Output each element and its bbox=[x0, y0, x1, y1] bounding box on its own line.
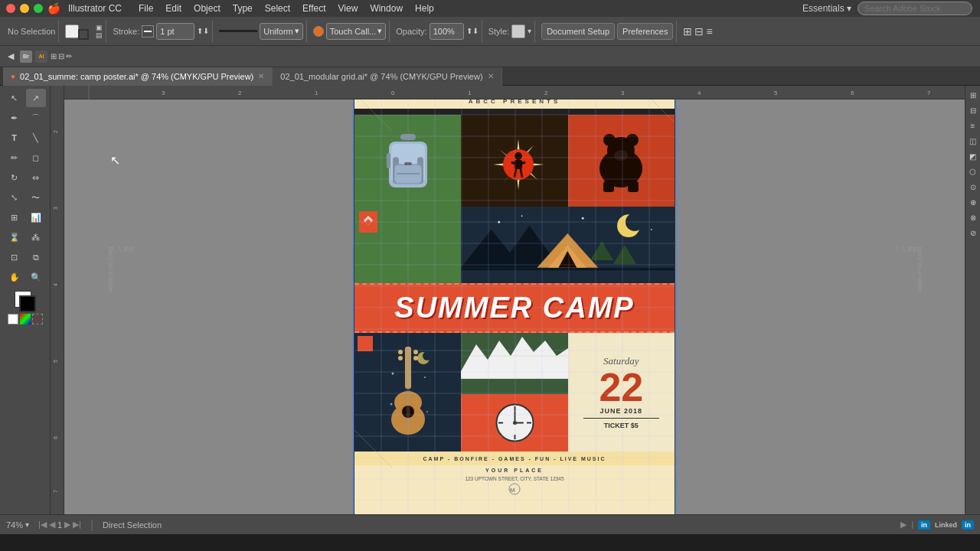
arrange-icon[interactable]: ⊞ bbox=[683, 25, 692, 37]
right-tool-6[interactable]: ⬡ bbox=[967, 165, 979, 178]
scale-tool[interactable]: ⤡ bbox=[5, 188, 24, 207]
type-tool[interactable]: T bbox=[5, 129, 24, 147]
stroke-color[interactable] bbox=[78, 29, 89, 40]
touch-call-dropdown[interactable]: Touch Call... ▾ bbox=[326, 23, 387, 40]
line-tool[interactable]: ╲ bbox=[26, 129, 46, 147]
pen-tool[interactable]: ✒ bbox=[5, 109, 24, 127]
close-button[interactable] bbox=[6, 4, 15, 13]
artboard-icon[interactable]: ⊞ bbox=[51, 52, 57, 60]
svg-text:6: 6 bbox=[53, 436, 58, 439]
minimize-button[interactable] bbox=[20, 4, 29, 13]
prev-page-btn[interactable]: ◀ bbox=[49, 520, 55, 530]
zoom-tool[interactable]: 🔍 bbox=[26, 268, 46, 286]
fill-color[interactable] bbox=[65, 24, 79, 38]
toggle-left[interactable]: ◀ bbox=[5, 50, 17, 63]
poster-title-band: SUMMER CAMP bbox=[354, 283, 675, 333]
right-tool-4[interactable]: ◫ bbox=[967, 135, 979, 147]
preferences-button[interactable]: Preferences bbox=[617, 23, 673, 40]
gradient-fill[interactable] bbox=[20, 314, 31, 324]
tab-grid[interactable]: 02_01_modular grid.ai* @ 74% (CMYK/GPU P… bbox=[273, 67, 501, 86]
direct-selection-tool[interactable]: ↗ bbox=[26, 89, 46, 107]
menu-file[interactable]: File bbox=[132, 3, 159, 14]
pen-icon[interactable]: ✏ bbox=[66, 52, 72, 60]
stroke-arrows[interactable]: ⬆⬇ bbox=[197, 27, 209, 35]
adobe-stock-search[interactable] bbox=[858, 2, 972, 15]
right-tool-8[interactable]: ⊕ bbox=[967, 196, 979, 208]
tool-status: Direct Selection bbox=[103, 520, 162, 530]
rotate-tool[interactable]: ↻ bbox=[5, 168, 24, 187]
transform-icon[interactable]: ⊟ bbox=[694, 25, 704, 37]
essentials-dropdown[interactable]: Essentials ▾ bbox=[802, 3, 851, 14]
stroke-weight-toggle[interactable] bbox=[142, 25, 154, 37]
svg-text:2: 2 bbox=[53, 130, 58, 133]
hand-tool[interactable]: ✋ bbox=[5, 268, 24, 286]
view-controls: ⊞ ⊟ ✏ bbox=[51, 52, 72, 60]
slice-tool[interactable]: ⧉ bbox=[26, 248, 46, 266]
svg-rect-57 bbox=[404, 162, 412, 165]
document-setup-button[interactable]: Document Setup bbox=[541, 23, 615, 40]
tab-poster[interactable]: ● 02_01_summe: camp poster.ai* @ 74% (CM… bbox=[3, 67, 273, 86]
right-tool-7[interactable]: ⊙ bbox=[967, 181, 979, 193]
eraser-tool[interactable]: ◻ bbox=[26, 148, 46, 167]
page-controls: |◀ ◀ 1 ▶ ▶| bbox=[38, 520, 81, 530]
touch-call-color bbox=[313, 26, 324, 37]
tab-close-poster[interactable]: ● bbox=[11, 72, 15, 80]
gradient-selector[interactable]: ▤ bbox=[96, 31, 103, 39]
svg-text:3: 3 bbox=[621, 90, 625, 96]
right-tool-3[interactable]: ≡ bbox=[967, 119, 979, 132]
grid-icon[interactable]: ⊟ bbox=[58, 52, 64, 60]
right-tool-1[interactable]: ⊞ bbox=[967, 89, 979, 101]
column-graph-tool[interactable]: ⊡ bbox=[5, 248, 24, 266]
selection-tool[interactable]: ↖ bbox=[5, 89, 24, 107]
menu-window[interactable]: Window bbox=[364, 3, 409, 14]
canvas-area[interactable]: 3 2 1 0 1 2 3 4 5 6 7 2 3 4 5 6 7 bbox=[51, 86, 965, 514]
next-page-btn[interactable]: ▶ bbox=[64, 520, 70, 530]
watermark-left: www.rr-sc.com bbox=[87, 266, 132, 273]
svg-rect-81 bbox=[628, 181, 639, 192]
right-tool-10[interactable]: ⊘ bbox=[967, 227, 979, 239]
poster-presents: ABCC PRESENTS bbox=[354, 99, 675, 109]
maximize-button[interactable] bbox=[34, 4, 43, 13]
menu-object[interactable]: Object bbox=[188, 3, 227, 14]
menu-icon[interactable]: ≡ bbox=[706, 25, 712, 37]
menu-help[interactable]: Help bbox=[409, 3, 440, 14]
stroke-type-dropdown[interactable]: Uniform ▾ bbox=[260, 23, 303, 40]
zoom-arrow[interactable]: ▾ bbox=[25, 520, 29, 529]
tab-x-poster[interactable]: ✕ bbox=[258, 72, 264, 80]
pencil-tool[interactable]: ✏ bbox=[5, 148, 24, 167]
blend-tool[interactable]: ⌛ bbox=[5, 228, 24, 246]
play-btn[interactable]: ▶ bbox=[900, 520, 906, 530]
menu-effect[interactable]: Effect bbox=[296, 3, 332, 14]
menu-edit[interactable]: Edit bbox=[159, 3, 188, 14]
tab-x-grid[interactable]: ✕ bbox=[488, 72, 494, 80]
curvature-tool[interactable]: ⌒ bbox=[26, 109, 46, 127]
last-page-btn[interactable]: ▶| bbox=[73, 520, 81, 530]
stroke-selector[interactable]: ▣ bbox=[96, 24, 103, 31]
stroke-weight-input[interactable] bbox=[156, 23, 194, 40]
white-fill[interactable] bbox=[8, 314, 18, 324]
ai-icon-btn[interactable]: AI bbox=[35, 51, 47, 63]
right-tool-5[interactable]: ◩ bbox=[967, 150, 979, 162]
shape-builder-tool[interactable]: ⊞ bbox=[5, 208, 24, 227]
warp-tool[interactable]: 〜 bbox=[26, 188, 46, 207]
svg-text:0: 0 bbox=[391, 90, 395, 96]
menu-view[interactable]: View bbox=[332, 3, 364, 14]
svg-point-79 bbox=[614, 150, 628, 161]
chart-tool[interactable]: 📊 bbox=[26, 208, 46, 227]
opacity-input[interactable] bbox=[430, 23, 464, 40]
stroke-indicator[interactable] bbox=[19, 295, 36, 312]
first-page-btn[interactable]: |◀ bbox=[38, 520, 47, 530]
opacity-arrows[interactable]: ⬆⬇ bbox=[466, 27, 479, 35]
style-arrow[interactable]: ▾ bbox=[528, 27, 531, 35]
menu-type[interactable]: Type bbox=[227, 3, 259, 14]
svg-text:1: 1 bbox=[315, 90, 318, 96]
fill-stroke-indicator bbox=[15, 291, 36, 312]
right-tool-9[interactable]: ⊗ bbox=[967, 211, 979, 223]
apple-icon: 🍎 bbox=[47, 2, 60, 15]
symbol-tool[interactable]: ⁂ bbox=[26, 228, 46, 246]
right-tool-2[interactable]: ⊟ bbox=[967, 104, 979, 116]
menu-select[interactable]: Select bbox=[259, 3, 296, 14]
no-fill[interactable]: × bbox=[32, 314, 43, 324]
bridge-btn[interactable]: Br bbox=[20, 51, 32, 63]
mirror-tool[interactable]: ⇔ bbox=[26, 168, 46, 187]
